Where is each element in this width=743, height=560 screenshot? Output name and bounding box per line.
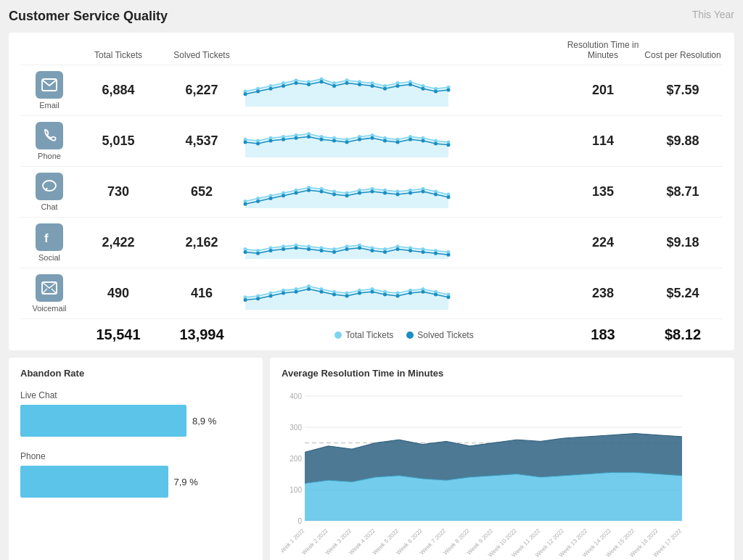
svg-point-67 [409,137,412,141]
abandon-bar-wrap-0: 8,9 % [20,405,251,437]
svg-point-171 [332,292,336,296]
chat-chart [245,176,563,208]
svg-point-99 [358,191,361,194]
header-resolution-time: Resolution Time in Minutes [563,40,643,60]
total-tickets-sum: 15,541 [78,326,158,343]
svg-point-24 [307,83,311,86]
abandon-bar-label-0: Live Chat [20,390,251,400]
voicemail-total: 490 [78,286,158,301]
svg-point-130 [295,246,298,250]
svg-point-32 [409,83,412,86]
svg-point-95 [307,188,311,192]
svg-point-126 [244,250,247,253]
svg-point-29 [371,83,374,87]
chat-total: 730 [78,184,158,199]
social-cost: $9.18 [643,235,723,250]
svg-point-134 [345,247,349,251]
header-total-tickets: Total Tickets [78,50,158,60]
svg-point-70 [447,143,451,147]
svg-point-168 [295,289,298,293]
svg-point-66 [396,140,400,144]
header-cost: Cost per Resolution [643,50,723,60]
svg-point-166 [269,294,273,297]
resolution-chart-card: Average Resolution Time in Minutes 40030… [270,358,734,560]
svg-point-92 [269,197,273,200]
svg-point-169 [307,287,311,290]
svg-point-100 [371,189,374,193]
svg-point-103 [409,191,412,194]
svg-point-129 [282,247,285,251]
svg-point-104 [422,189,425,193]
table-row-phone: Phone 5,015 4,537 114 $9.88 [20,115,723,166]
svg-point-30 [383,86,387,90]
total-legend-dot [334,332,342,339]
svg-text:400: 400 [290,392,302,400]
total-restime: 183 [563,326,643,343]
icon-cell-chat: Chat [20,173,78,211]
voicemail-solved: 416 [158,286,245,301]
svg-line-145 [52,289,57,294]
svg-point-139 [409,249,412,252]
email-restime: 201 [563,83,643,98]
svg-point-61 [332,139,336,142]
metrics-table: Total Tickets Solved Tickets Resolution … [9,33,734,350]
svg-point-90 [244,202,247,205]
chat-cost: $8.71 [643,184,723,199]
table-row-chat: Chat 730 652 135 $8.71 [20,166,723,217]
svg-point-140 [422,250,425,253]
phone-label: Phone [38,152,61,160]
social-solved: 2,162 [158,235,245,250]
svg-point-173 [358,291,361,295]
svg-point-60 [320,137,324,141]
svg-point-131 [307,247,311,251]
total-legend-label: Total Tickets [345,330,393,340]
svg-point-21 [269,86,273,90]
email-cost: $7.59 [643,83,723,98]
svg-point-142 [447,252,451,256]
email-solved: 6,227 [158,83,245,98]
svg-point-26 [332,83,336,87]
icon-cell-email: Email [20,71,78,110]
svg-point-58 [295,136,298,139]
voicemail-chart [245,278,563,310]
svg-point-105 [434,192,438,196]
svg-point-35 [447,88,451,91]
svg-point-178 [422,289,425,293]
chat-label: Chat [41,202,57,211]
phone-total: 5,015 [78,133,158,149]
svg-point-64 [371,136,374,139]
voicemail-icon [36,274,63,302]
svg-text:0: 0 [297,517,302,525]
voicemail-restime: 238 [563,286,643,301]
svg-point-55 [256,141,260,145]
svg-point-63 [358,137,361,141]
svg-point-136 [371,249,374,252]
svg-point-141 [434,251,438,255]
svg-point-33 [422,86,425,90]
totals-row: 15,541 13,994 Total Tickets Solved Ticke… [20,319,723,346]
header-solved-tickets: Solved Tickets [158,50,245,60]
svg-point-101 [383,191,387,194]
email-total: 6,884 [78,83,158,98]
svg-point-167 [282,291,285,295]
svg-point-94 [295,191,298,194]
svg-point-179 [434,292,438,296]
svg-text:f: f [44,231,49,244]
phone-restime: 114 [563,133,643,149]
page-title: Customer Service Quality [9,9,168,24]
svg-point-23 [295,81,298,85]
svg-point-54 [244,140,247,144]
phone-chart [245,125,563,157]
svg-point-132 [320,249,324,252]
svg-point-57 [282,137,285,141]
abandon-bar-wrap-1: 7,9 % [20,466,251,498]
resolution-chart-title: Average Resolution Time in Minutes [282,368,723,379]
svg-point-102 [396,192,400,196]
svg-point-177 [409,291,412,295]
svg-point-106 [447,195,451,199]
resolution-chart: 4003002001000 Week 1 2022Week 2 2022Week… [282,390,723,560]
svg-point-98 [345,194,349,197]
svg-point-127 [256,251,260,255]
svg-point-65 [383,139,387,142]
svg-point-71 [43,181,56,191]
